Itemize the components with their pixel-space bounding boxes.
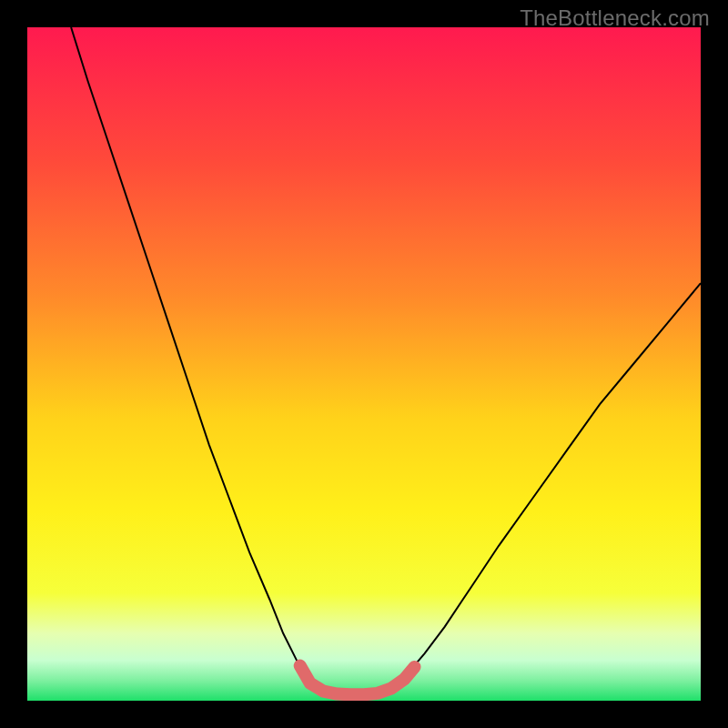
chart-svg bbox=[27, 27, 701, 701]
gradient-bg bbox=[27, 27, 701, 701]
plot-area bbox=[27, 27, 701, 701]
chart-frame: TheBottleneck.com bbox=[0, 0, 728, 728]
